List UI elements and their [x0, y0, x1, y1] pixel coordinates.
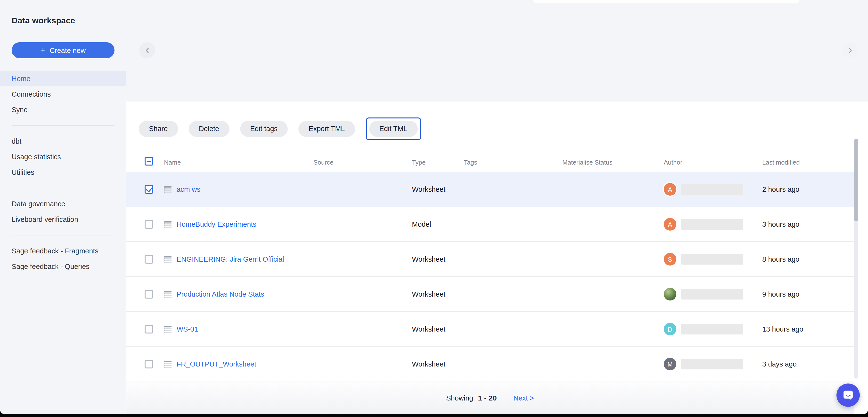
share-button[interactable]: Share	[139, 121, 178, 137]
row-checkbox[interactable]	[145, 220, 153, 229]
table-row[interactable]: Production Atlas Node Stats Worksheet 9 …	[126, 277, 854, 312]
export-tml-button[interactable]: Export TML	[299, 121, 355, 137]
column-header-name[interactable]: Name	[164, 159, 181, 166]
author-avatar: A	[664, 183, 676, 196]
sidebar-item-liveboard-verification[interactable]: Liveboard verification	[0, 212, 126, 227]
sidebar-item-data-governance[interactable]: Data governance	[0, 196, 126, 212]
edit-tags-button[interactable]: Edit tags	[240, 121, 288, 137]
last-modified: 3 hours ago	[762, 220, 799, 228]
column-header-type[interactable]: Type	[412, 159, 426, 166]
author-name-redacted	[681, 184, 743, 195]
chevron-right-icon	[846, 47, 854, 54]
worksheet-table-icon	[163, 185, 172, 193]
object-name-link[interactable]: WS-01	[177, 325, 198, 333]
table-row[interactable]: acm ws Worksheet A 2 hours ago	[126, 172, 854, 207]
worksheet-table-icon	[163, 360, 172, 368]
plus-icon: +	[40, 46, 45, 54]
table-row[interactable]: WS-01 Worksheet D 13 hours ago	[126, 312, 854, 347]
scrolled-card-edge	[533, 0, 799, 3]
object-type: Worksheet	[412, 360, 445, 368]
object-name-link[interactable]: FR_OUTPUT_Worksheet	[177, 360, 256, 368]
author-name-redacted	[681, 219, 743, 230]
create-new-button[interactable]: + Create new	[12, 42, 115, 58]
table-header: Name Source Type Tags Materialise Status…	[126, 153, 854, 172]
next-page-link[interactable]: Next >	[513, 394, 534, 402]
sidebar: Data workspace + Create new HomeConnecti…	[0, 0, 126, 414]
showing-label: Showing1 - 20	[446, 394, 497, 402]
chat-bubble-icon	[842, 389, 855, 401]
author-name-redacted	[681, 359, 743, 369]
object-type: Model	[412, 220, 431, 228]
chevron-left-icon	[143, 47, 151, 54]
last-modified: 2 hours ago	[762, 185, 799, 193]
object-name-link[interactable]: HomeBuddy Experiments	[177, 220, 256, 228]
row-checkbox[interactable]	[145, 325, 153, 333]
toolbar-button-wrap: Delete	[188, 121, 229, 137]
sidebar-item-sage-feedback-fragments[interactable]: Sage feedback - Fragments	[0, 243, 126, 259]
sidebar-divider	[12, 125, 114, 126]
object-type: Worksheet	[412, 185, 445, 193]
column-header-author[interactable]: Author	[664, 159, 682, 166]
object-type: Worksheet	[412, 325, 445, 333]
row-checkbox[interactable]	[145, 185, 153, 194]
toolbar-button-wrap: Share	[139, 121, 178, 137]
page-title: Data workspace	[12, 16, 75, 26]
row-checkbox[interactable]	[145, 255, 153, 264]
table-row[interactable]: HomeBuddy Experiments Model A 3 hours ag…	[126, 207, 854, 242]
sidebar-item-dbt[interactable]: dbt	[0, 133, 126, 149]
edit-tml-button[interactable]: Edit TML	[369, 121, 417, 137]
scrollbar-track[interactable]	[854, 139, 858, 379]
sidebar-divider	[12, 188, 114, 188]
object-name-link[interactable]: ENGINEERING: Jira Gerrit Official	[177, 255, 284, 263]
delete-button[interactable]: Delete	[188, 121, 229, 137]
column-header-tags[interactable]: Tags	[464, 159, 477, 166]
sidebar-item-utilities[interactable]: Utilities	[0, 165, 126, 180]
last-modified: 13 hours ago	[762, 325, 803, 333]
column-header-source[interactable]: Source	[313, 159, 333, 166]
carousel-prev-button[interactable]	[139, 42, 155, 58]
object-type: Worksheet	[412, 255, 445, 263]
author-name-redacted	[681, 254, 743, 265]
last-modified: 3 days ago	[762, 360, 797, 368]
worksheet-table-icon	[163, 325, 172, 333]
carousel-next-button[interactable]	[842, 42, 858, 58]
worksheet-table-icon	[163, 290, 172, 298]
sidebar-divider	[12, 235, 114, 235]
column-header-materialise-status[interactable]: Materialise Status	[562, 159, 613, 166]
scrollbar-thumb[interactable]	[854, 139, 858, 221]
sidebar-item-sync[interactable]: Sync	[0, 102, 126, 117]
row-checkbox[interactable]	[145, 360, 153, 368]
sidebar-item-home[interactable]: Home	[0, 71, 126, 86]
create-new-label: Create new	[50, 47, 86, 54]
author-avatar: S	[664, 253, 676, 266]
author-avatar: M	[664, 358, 676, 370]
toolbar-button-wrap: Edit tags	[240, 121, 288, 137]
author-avatar: D	[664, 323, 676, 335]
author-name-redacted	[681, 324, 743, 334]
column-header-last-modified[interactable]: Last modified	[762, 159, 800, 166]
pagination-footer: Showing1 - 20 Next >	[126, 382, 854, 414]
app-window: Data workspace + Create new HomeConnecti…	[0, 0, 868, 414]
sidebar-nav: HomeConnectionsSyncdbtUsage statisticsUt…	[0, 71, 126, 274]
sidebar-item-sage-feedback-queries[interactable]: Sage feedback - Queries	[0, 259, 126, 274]
worksheet-table-icon	[163, 220, 172, 229]
screen: Data workspace + Create new HomeConnecti…	[0, 0, 868, 417]
last-modified: 8 hours ago	[762, 255, 799, 263]
carousel-band	[126, 0, 868, 101]
author-avatar	[664, 288, 676, 300]
bulk-actions-toolbar: ShareDeleteEdit tagsExport TMLEdit TML	[139, 117, 421, 141]
table-row[interactable]: ENGINEERING: Jira Gerrit Official Worksh…	[126, 242, 854, 277]
showing-range: 1 - 20	[478, 394, 497, 402]
object-name-link[interactable]: Production Atlas Node Stats	[177, 290, 264, 298]
table-row[interactable]: FR_OUTPUT_Worksheet Worksheet M 3 days a…	[126, 347, 854, 382]
focused-toolbar-button-wrap: Edit TML	[366, 117, 421, 140]
chat-launcher-button[interactable]	[836, 384, 860, 407]
select-all-checkbox[interactable]	[145, 157, 153, 166]
object-name-link[interactable]: acm ws	[177, 185, 200, 193]
main-content: ShareDeleteEdit tagsExport TMLEdit TML N…	[126, 0, 868, 414]
table-body: acm ws Worksheet A 2 hours ago HomeBuddy…	[126, 172, 854, 382]
worksheet-table-icon	[163, 255, 172, 263]
sidebar-item-usage-statistics[interactable]: Usage statistics	[0, 149, 126, 165]
sidebar-item-connections[interactable]: Connections	[0, 86, 126, 102]
row-checkbox[interactable]	[145, 290, 153, 299]
